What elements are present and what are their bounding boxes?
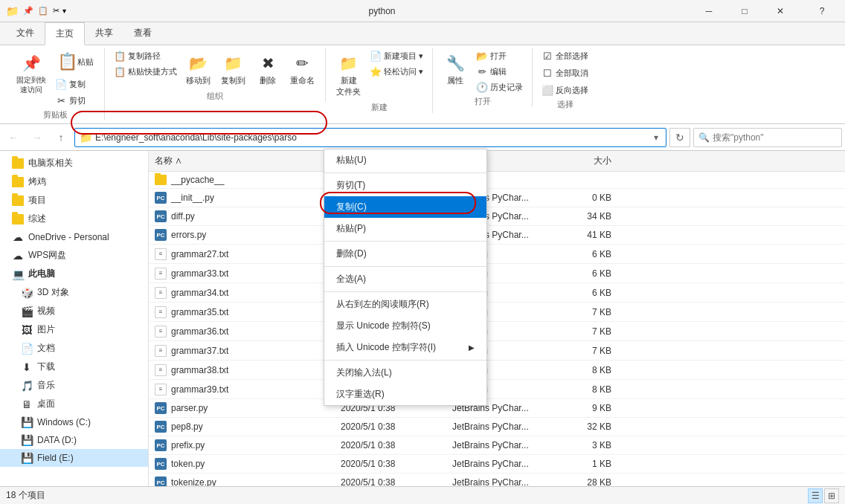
context-menu-hanzi[interactable]: 汉字重选(R) bbox=[324, 384, 486, 405]
sidebar-item-xiangmu[interactable]: 项目 bbox=[0, 191, 148, 210]
table-row[interactable]: PC prefix.py 2020/5/1 0:38 JetBrains PyC… bbox=[149, 436, 845, 455]
context-menu-rtl[interactable]: 从右到左的阅读顺序(R) bbox=[324, 294, 486, 315]
sidebar-item-datad[interactable]: 💾 DATA (D:) bbox=[0, 431, 148, 449]
paste-label: 粘贴 bbox=[77, 56, 94, 68]
tab-share[interactable]: 共享 bbox=[85, 22, 123, 45]
qa-dropdown[interactable]: ▾ bbox=[62, 7, 66, 15]
paste-shortcut-button[interactable]: 📋 粘贴快捷方式 bbox=[111, 64, 180, 79]
close-button[interactable]: ✕ bbox=[763, 0, 797, 22]
file-name-cell: ≡ grammar37.txt bbox=[149, 343, 335, 358]
address-bar[interactable]: 📁 E:\engneer_soft\anaconda\Lib\site-pack… bbox=[74, 128, 666, 147]
context-rtl-label: 从右到左的阅读顺序(R) bbox=[336, 298, 429, 311]
table-row[interactable]: ≡ grammar37.txt 2020/5/1 0:38 文本文档 7 KB bbox=[149, 341, 845, 361]
col-size[interactable]: 大小 bbox=[558, 153, 617, 169]
col-name[interactable]: 名称 ∧ bbox=[149, 153, 335, 169]
txt-icon: ≡ bbox=[155, 287, 167, 299]
address-text[interactable]: E:\engneer_soft\anaconda\Lib\site-packag… bbox=[95, 132, 651, 143]
sidebar-item-video[interactable]: 🎬 视频 bbox=[0, 302, 148, 320]
paste-button[interactable]: 📋 粘贴 bbox=[52, 48, 98, 75]
sidebar-item-3d[interactable]: 🎲 3D 对象 bbox=[0, 283, 148, 302]
sidebar-item-wps[interactable]: ☁ WPS网盘 bbox=[0, 246, 148, 265]
back-button[interactable]: ← bbox=[3, 127, 24, 148]
invert-select-button[interactable]: ⬜ 反向选择 bbox=[539, 83, 591, 97]
table-row[interactable]: PC token.py 2020/5/1 0:38 JetBrains PyCh… bbox=[149, 455, 845, 474]
sidebar-item-thispc[interactable]: 💻 此电脑 bbox=[0, 265, 148, 283]
new-folder-button[interactable]: 📁 新建文件夹 bbox=[332, 48, 365, 100]
help-button[interactable]: ? bbox=[805, 0, 839, 22]
folder-icon bbox=[12, 177, 24, 187]
qa-copy-icon[interactable]: 📋 bbox=[36, 4, 50, 17]
table-row[interactable]: ≡ grammar39.txt 2020/5/1 0:38 文本文档 8 KB bbox=[149, 380, 845, 399]
new-item-button[interactable]: 📄 新建项目 ▾ bbox=[367, 48, 426, 63]
refresh-button[interactable]: ↻ bbox=[669, 128, 690, 147]
list-view-button[interactable]: ☰ bbox=[808, 488, 823, 503]
tab-file[interactable]: 文件 bbox=[6, 22, 45, 45]
forward-button[interactable]: → bbox=[27, 127, 48, 148]
move-label: 移动到 bbox=[186, 75, 211, 86]
context-menu-paste2[interactable]: 粘贴(P) bbox=[324, 218, 486, 239]
delete-button[interactable]: ✖ 删除 bbox=[251, 48, 284, 89]
address-dropdown-arrow[interactable]: ▾ bbox=[651, 132, 661, 143]
minimize-button[interactable]: ─ bbox=[692, 0, 726, 22]
table-row[interactable]: PC __init__.py 2020/5/1 0:38 JetBrains P… bbox=[149, 189, 845, 207]
context-menu-unicode-insert[interactable]: 插入 Unicode 控制字符(I) ▶ bbox=[324, 337, 486, 358]
table-row[interactable]: PC errors.py 2020/5/1 0:38 JetBrains PyC… bbox=[149, 226, 845, 245]
cut-button[interactable]: ✂ 剪切 bbox=[52, 93, 98, 108]
copy-path-label: 复制路径 bbox=[128, 51, 161, 62]
sidebar-item-zonghe[interactable]: 综述 bbox=[0, 210, 148, 228]
sidebar-item-winc[interactable]: 💾 Windows (C:) bbox=[0, 413, 148, 431]
context-menu-close-ime[interactable]: 关闭输入法(L) bbox=[324, 362, 486, 384]
open-button[interactable]: 📂 打开 bbox=[473, 48, 526, 63]
title-bar: 📁 📌 📋 ✂ ▾ python ─ □ ✕ ? bbox=[0, 0, 845, 22]
sidebar-item-desktop[interactable]: 🖥 桌面 bbox=[0, 395, 148, 413]
context-menu-cut[interactable]: 剪切(T) bbox=[324, 175, 486, 196]
table-row[interactable]: PC parser.py 2020/5/1 0:38 JetBrains PyC… bbox=[149, 399, 845, 418]
pin-to-access-button[interactable]: 📌 固定到快速访问 bbox=[12, 48, 51, 97]
search-input[interactable] bbox=[713, 132, 837, 143]
copy-to-button[interactable]: 📁 复制到 bbox=[216, 48, 250, 89]
sidebar-item-music[interactable]: 🎵 音乐 bbox=[0, 376, 148, 395]
context-menu-paste[interactable]: 粘贴(U) bbox=[324, 149, 486, 171]
context-menu-unicode-show[interactable]: 显示 Unicode 控制符(S) bbox=[324, 315, 486, 337]
properties-button[interactable]: 🔧 属性 bbox=[439, 48, 472, 89]
qa-cut-icon[interactable]: ✂ bbox=[51, 4, 61, 17]
sidebar-item-doc[interactable]: 📄 文档 bbox=[0, 339, 148, 358]
table-row[interactable]: ≡ grammar36.txt 2020/5/1 0:38 文本文档 7 KB bbox=[149, 322, 845, 341]
history-button[interactable]: 🕐 历史记录 bbox=[473, 80, 526, 94]
easy-access-button[interactable]: ⭐ 轻松访问 ▾ bbox=[367, 64, 426, 79]
up-button[interactable]: ↑ bbox=[51, 127, 71, 148]
table-row[interactable]: ≡ grammar35.txt 2020/5/1 0:38 文本文档 7 KB bbox=[149, 303, 845, 322]
organize-label: 组织 bbox=[207, 89, 223, 102]
sidebar-item-fielde[interactable]: 💾 Field (E:) bbox=[0, 449, 148, 467]
move-to-button[interactable]: 📂 移动到 bbox=[181, 48, 215, 89]
sidebar-item-picture[interactable]: 🖼 图片 bbox=[0, 320, 148, 339]
sidebar-item-onedrive[interactable]: ☁ OneDrive - Personal bbox=[0, 228, 148, 246]
edit-button[interactable]: ✏ 编辑 bbox=[473, 64, 526, 79]
sidebar-item-label: 电脑泵相关 bbox=[28, 157, 73, 169]
tab-home[interactable]: 主页 bbox=[45, 22, 85, 45]
copy-button[interactable]: 📄 复制 bbox=[52, 77, 98, 91]
table-row[interactable]: PC pep8.py 2020/5/1 0:38 JetBrains PyCha… bbox=[149, 418, 845, 436]
context-menu-copy[interactable]: 复制(C) bbox=[324, 196, 486, 218]
table-row[interactable]: ≡ grammar27.txt 2020/5/1 0:38 文本文档 6 KB bbox=[149, 245, 845, 264]
context-menu-delete[interactable]: 删除(D) bbox=[324, 243, 486, 265]
tab-view[interactable]: 查看 bbox=[123, 22, 162, 45]
select-none-button[interactable]: ☐ 全部取消 bbox=[539, 65, 591, 80]
table-row[interactable]: __pycache__ bbox=[149, 172, 845, 189]
grid-view-button[interactable]: ⊞ bbox=[824, 488, 839, 503]
table-row[interactable]: ≡ grammar33.txt 2020/5/1 0:38 文本文档 6 KB bbox=[149, 264, 845, 283]
table-row[interactable]: PC diff.py 2020/5/1 0:38 JetBrains PyCha… bbox=[149, 207, 845, 226]
qa-pin-icon[interactable]: 📌 bbox=[22, 4, 35, 17]
table-row[interactable]: ≡ grammar34.txt 2020/5/1 0:38 文本文档 6 KB bbox=[149, 283, 845, 303]
sidebar-item-kaoji[interactable]: 烤鸡 bbox=[0, 172, 148, 191]
sidebar-item-download[interactable]: ⬇ 下载 bbox=[0, 358, 148, 376]
properties-icon: 🔧 bbox=[443, 51, 467, 75]
rename-button[interactable]: ✏ 重命名 bbox=[286, 48, 319, 89]
restore-button[interactable]: □ bbox=[727, 0, 762, 22]
rename-icon: ✏ bbox=[291, 51, 315, 75]
table-row[interactable]: ≡ grammar38.txt 2020/5/1 0:38 文本文档 8 KB bbox=[149, 361, 845, 380]
sidebar-item-diannaobeng[interactable]: 电脑泵相关 bbox=[0, 154, 148, 172]
select-all-button[interactable]: ☑ 全部选择 bbox=[539, 48, 591, 63]
context-menu-selectall[interactable]: 全选(A) bbox=[324, 268, 486, 290]
copy-path-button[interactable]: 📋 复制路径 bbox=[111, 48, 180, 63]
